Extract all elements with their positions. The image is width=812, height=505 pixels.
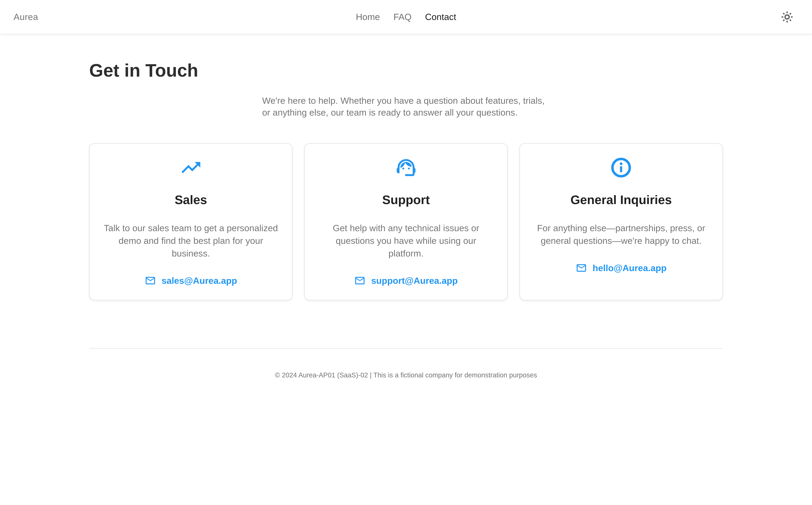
contact-cards: Sales Talk to our sales team to get a pe… xyxy=(89,143,723,300)
card-sales: Sales Talk to our sales team to get a pe… xyxy=(89,143,292,300)
card-description: For anything else—partnerships, press, o… xyxy=(534,222,709,247)
sun-icon xyxy=(780,10,794,24)
nav-link-faq[interactable]: FAQ xyxy=(392,9,413,24)
nav-link-home[interactable]: Home xyxy=(355,9,381,24)
email-text: support@Aurea.app xyxy=(371,276,458,286)
mail-icon xyxy=(145,275,156,286)
page-subtitle: We're here to help. Whether you have a q… xyxy=(262,95,550,119)
card-title: Sales xyxy=(174,192,207,207)
email-text: hello@Aurea.app xyxy=(592,263,667,273)
brand-logo[interactable]: Aurea xyxy=(13,12,38,22)
support-email-link[interactable]: support@Aurea.app xyxy=(354,275,458,286)
nav-link-contact[interactable]: Contact xyxy=(424,9,457,24)
card-support: Support Get help with any technical issu… xyxy=(304,143,508,300)
main-nav: Home FAQ Contact xyxy=(355,9,457,24)
navbar: Aurea Home FAQ Contact xyxy=(0,0,812,34)
email-text: sales@Aurea.app xyxy=(162,276,237,286)
support-agent-icon xyxy=(395,156,417,179)
page-title: Get in Touch xyxy=(89,59,723,82)
footer-text: © 2024 Aurea-AP01 (SaaS)-02 | This is a … xyxy=(89,371,723,379)
hello-email-link[interactable]: hello@Aurea.app xyxy=(576,262,667,274)
trending-up-icon xyxy=(180,156,202,179)
card-description: Talk to our sales team to get a personal… xyxy=(103,222,278,260)
card-description: Get help with any technical issues or qu… xyxy=(318,222,494,260)
theme-toggle-button[interactable] xyxy=(776,6,799,28)
card-general-inquiries: General Inquiries For anything else—part… xyxy=(520,143,723,300)
contact-page: Get in Touch We're here to help. Whether… xyxy=(89,59,723,379)
card-title: Support xyxy=(382,192,430,207)
card-title: General Inquiries xyxy=(570,192,672,207)
info-icon xyxy=(610,156,632,179)
mail-icon xyxy=(354,275,366,286)
mail-icon xyxy=(576,262,587,274)
page-footer: © 2024 Aurea-AP01 (SaaS)-02 | This is a … xyxy=(89,371,723,379)
sales-email-link[interactable]: sales@Aurea.app xyxy=(145,275,237,286)
footer-divider xyxy=(89,348,723,349)
